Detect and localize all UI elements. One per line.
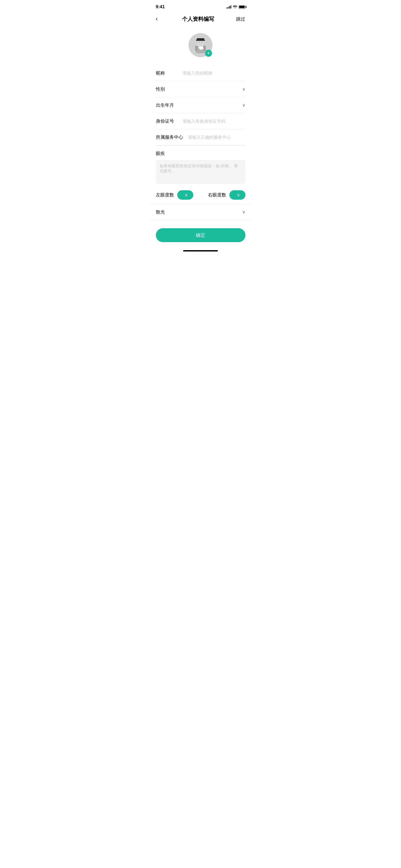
page-title: 个人资料编写 xyxy=(182,16,214,23)
home-indicator xyxy=(151,247,251,254)
service-center-input[interactable] xyxy=(188,135,245,140)
left-eye-chevron-icon: ∨ xyxy=(185,192,188,197)
nickname-input[interactable] xyxy=(183,71,245,75)
scatter-label: 散光 xyxy=(156,209,242,215)
birthday-label: 出生年月 xyxy=(156,102,183,108)
service-center-label: 所属服务中心 xyxy=(156,134,188,140)
page-header: ‹ 个人资料编写 跳过 xyxy=(151,12,251,28)
scatter-chevron-icon: ∨ xyxy=(242,210,245,215)
back-button[interactable]: ‹ xyxy=(156,14,160,24)
birthday-row[interactable]: 出生年月 ∨ xyxy=(156,97,245,113)
eye-degree-section: 左眼度数 ∨ 右眼度数 ∨ xyxy=(151,190,251,199)
battery-icon xyxy=(239,5,245,9)
left-eye-select[interactable]: ∨ xyxy=(177,190,193,199)
left-eye-label: 左眼度数 xyxy=(156,192,177,198)
confirm-button[interactable]: 确定 xyxy=(156,228,245,242)
eye-disease-section: 眼疾 xyxy=(151,145,251,185)
right-eye-label: 右眼度数 xyxy=(208,192,229,198)
gender-row[interactable]: 性别 ∨ xyxy=(156,81,245,97)
gender-chevron-icon: ∨ xyxy=(242,87,245,92)
service-center-row: 所属服务中心 xyxy=(156,129,245,145)
confirm-section: 确定 xyxy=(151,220,251,247)
home-bar xyxy=(183,250,218,251)
id-row: 身份证号 xyxy=(156,113,245,129)
gender-label: 性别 xyxy=(156,86,183,92)
id-label: 身份证号 xyxy=(156,118,183,124)
status-time: 9:41 xyxy=(156,4,165,10)
status-bar: 9:41 xyxy=(151,0,251,12)
svg-rect-4 xyxy=(197,38,204,40)
nickname-label: 昵称 xyxy=(156,70,183,76)
nickname-row: 昵称 xyxy=(156,65,245,81)
id-input[interactable] xyxy=(183,119,245,124)
svg-point-8 xyxy=(198,42,200,43)
right-eye-select[interactable]: ∨ xyxy=(229,190,245,199)
right-eye-chevron-icon: ∨ xyxy=(237,192,240,197)
status-icons xyxy=(226,5,245,9)
signal-icon xyxy=(226,5,231,8)
scatter-row[interactable]: 散光 ∨ xyxy=(151,204,251,220)
wifi-icon xyxy=(233,5,237,9)
svg-rect-6 xyxy=(204,46,206,51)
add-avatar-button[interactable]: + xyxy=(205,50,212,57)
svg-rect-5 xyxy=(195,46,197,51)
skip-button[interactable]: 跳过 xyxy=(236,16,245,22)
avatar-section: + xyxy=(151,28,251,65)
form-section: 昵称 性别 ∨ 出生年月 ∨ 身份证号 所属服务中心 xyxy=(151,65,251,145)
avatar-wrapper[interactable]: + xyxy=(188,33,213,57)
svg-point-9 xyxy=(201,42,203,43)
eye-disease-textarea[interactable] xyxy=(156,160,245,184)
eye-disease-label: 眼疾 xyxy=(156,145,245,157)
birthday-chevron-icon: ∨ xyxy=(242,103,245,108)
eye-degree-row: 左眼度数 ∨ 右眼度数 ∨ xyxy=(156,190,245,199)
